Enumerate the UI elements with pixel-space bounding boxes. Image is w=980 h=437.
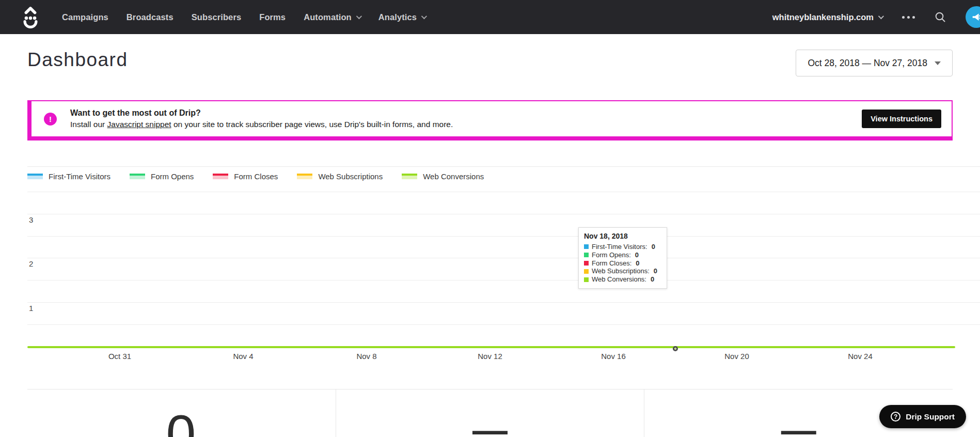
tooltip-value: 0 xyxy=(651,275,654,284)
support-label: Drip Support xyxy=(906,412,955,422)
nav-item-label: Analytics xyxy=(378,12,417,22)
legend-label: Form Closes xyxy=(234,172,278,181)
x-axis-tick: Nov 4 xyxy=(233,352,253,361)
chevron-down-icon xyxy=(421,13,427,19)
series-color-swatch xyxy=(584,261,589,266)
tooltip-label: Form Opens: xyxy=(592,251,631,259)
user-avatar[interactable] xyxy=(966,6,980,28)
tooltip-row: Form Opens: 0 xyxy=(584,251,661,259)
tooltip-value: 0 xyxy=(652,243,655,251)
stats-summary-row: 0 — — xyxy=(27,389,953,437)
nav-item-label: Automation xyxy=(304,12,352,22)
series-swatch xyxy=(402,174,417,179)
series-color-swatch xyxy=(584,253,589,257)
series-color-swatch xyxy=(584,269,589,274)
dashboard-chart: First-Time Visitors Form Opens Form Clos… xyxy=(27,166,980,366)
page-header: Dashboard Oct 28, 2018 — Nov 27, 2018 xyxy=(27,49,953,76)
tooltip-label: Web Conversions: xyxy=(592,275,646,284)
series-swatch xyxy=(297,174,312,179)
x-axis-tick: Nov 12 xyxy=(478,352,502,361)
tooltip-row: Web Subscriptions: 0 xyxy=(584,267,661,275)
x-axis-tick: Nov 24 xyxy=(848,352,873,361)
nav-right-group: whitneyblankenship.com xyxy=(772,6,980,28)
nav-item-broadcasts[interactable]: Broadcasts xyxy=(127,12,173,22)
drip-logo-icon[interactable] xyxy=(21,5,40,29)
banner-text-block: Want to get the most out of Drip? Instal… xyxy=(70,107,453,130)
legend-item-form-closes[interactable]: Form Closes xyxy=(213,172,278,181)
chevron-down-icon xyxy=(878,13,884,19)
banner-body: Install our Javascript snippet on your s… xyxy=(70,119,453,130)
legend-label: Form Opens xyxy=(151,172,194,181)
chart-plot-area[interactable]: 3 2 1 Nov 18, 2018 First-Time Visitors: … xyxy=(27,184,980,347)
primary-nav: Campaigns Broadcasts Subscribers Forms A… xyxy=(62,12,425,22)
alert-icon: ! xyxy=(44,113,57,126)
stat-card: — xyxy=(336,389,644,437)
more-options-icon[interactable] xyxy=(902,16,915,19)
date-range-picker[interactable]: Oct 28, 2018 — Nov 27, 2018 xyxy=(796,50,953,76)
drip-support-button[interactable]: ? Drip Support xyxy=(879,405,966,428)
search-icon[interactable] xyxy=(935,11,946,23)
tooltip-value: 0 xyxy=(635,251,639,259)
legend-item-form-opens[interactable]: Form Opens xyxy=(130,172,194,181)
y-axis-tick: 2 xyxy=(29,259,33,268)
gridline xyxy=(27,280,980,280)
nav-item-forms[interactable]: Forms xyxy=(259,12,286,22)
tooltip-value: 0 xyxy=(654,267,657,275)
y-axis-tick: 1 xyxy=(29,304,33,313)
nav-item-label: Campaigns xyxy=(62,12,108,22)
stat-value: 0 xyxy=(166,407,197,437)
banner-body-prefix: Install our xyxy=(70,120,107,129)
top-nav: Campaigns Broadcasts Subscribers Forms A… xyxy=(0,0,980,34)
tooltip-label: First-Time Visitors: xyxy=(592,243,647,251)
nav-item-campaigns[interactable]: Campaigns xyxy=(62,12,108,22)
nav-item-label: Subscribers xyxy=(192,12,241,22)
y-axis-tick: 3 xyxy=(29,215,33,224)
chart-tooltip: Nov 18, 2018 First-Time Visitors: 0 Form… xyxy=(578,227,667,289)
nav-item-analytics[interactable]: Analytics xyxy=(378,12,425,22)
nav-item-automation[interactable]: Automation xyxy=(304,12,360,22)
series-swatch xyxy=(213,174,228,179)
setup-alert-banner: ! Want to get the most out of Drip? Inst… xyxy=(27,100,953,141)
view-instructions-button[interactable]: View Instructions xyxy=(862,110,941,128)
x-axis-tick: Nov 16 xyxy=(601,352,626,361)
date-range-value: Oct 28, 2018 — Nov 27, 2018 xyxy=(808,58,927,69)
legend-item-web-conversions[interactable]: Web Conversions xyxy=(402,172,484,181)
x-axis-tick: Nov 8 xyxy=(356,352,376,361)
nav-item-subscribers[interactable]: Subscribers xyxy=(192,12,241,22)
x-axis-tick: Nov 20 xyxy=(724,352,749,361)
tooltip-label: Web Subscriptions: xyxy=(592,267,650,275)
main-content: Dashboard Oct 28, 2018 — Nov 27, 2018 ! … xyxy=(0,49,980,437)
banner-title: Want to get the most out of Drip? xyxy=(70,107,453,119)
account-switcher[interactable]: whitneyblankenship.com xyxy=(772,12,882,22)
nav-item-label: Broadcasts xyxy=(127,12,173,22)
tooltip-row: First-Time Visitors: 0 xyxy=(584,243,661,251)
x-axis-tick: Oct 31 xyxy=(108,352,131,361)
legend-label: First-Time Visitors xyxy=(49,172,110,181)
legend-label: Web Subscriptions xyxy=(318,172,383,181)
tooltip-date: Nov 18, 2018 xyxy=(584,232,661,240)
series-color-swatch xyxy=(584,277,589,282)
series-swatch xyxy=(130,174,145,179)
page-title: Dashboard xyxy=(27,49,128,71)
account-name: whitneyblankenship.com xyxy=(772,12,874,22)
nav-item-label: Forms xyxy=(259,12,286,22)
gridline xyxy=(27,302,980,303)
javascript-snippet-link[interactable]: Javascript snippet xyxy=(107,120,171,129)
series-swatch xyxy=(27,174,43,179)
tooltip-label: Form Closes: xyxy=(592,259,631,268)
tooltip-row: Form Closes: 0 xyxy=(584,259,661,268)
tooltip-row: Web Conversions: 0 xyxy=(584,275,661,284)
legend-item-web-subscriptions[interactable]: Web Subscriptions xyxy=(297,172,383,181)
gridline xyxy=(27,258,980,258)
gridline xyxy=(27,324,980,325)
gridline xyxy=(27,236,980,237)
stat-value-empty: — xyxy=(781,412,816,437)
stat-card: 0 xyxy=(27,389,336,437)
megaphone-icon xyxy=(971,11,980,23)
help-icon: ? xyxy=(891,412,900,422)
chart-legend: First-Time Visitors Form Opens Form Clos… xyxy=(27,166,980,184)
dropdown-arrow-icon xyxy=(935,61,941,65)
banner-body-suffix: on your site to track subscriber page vi… xyxy=(171,120,453,129)
legend-item-first-time-visitors[interactable]: First-Time Visitors xyxy=(27,172,110,181)
gridline xyxy=(27,192,980,192)
